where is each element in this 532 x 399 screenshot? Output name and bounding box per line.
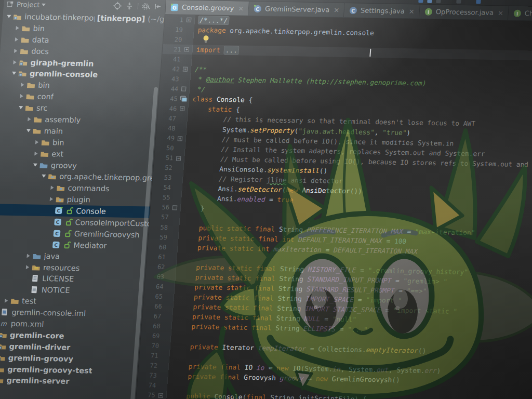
tab-console-groovy[interactable]: GConsole.groovy× [165,0,249,16]
tab-close-icon[interactable]: × [238,4,244,12]
fold-marker-plus[interactable]: + [183,18,195,22]
collapsed-arrow-icon[interactable] [48,185,57,190]
code-token: () [319,167,328,175]
code-token [188,154,221,163]
toolbar-icon[interactable] [418,0,423,3]
line-number[interactable]: 44 [159,85,179,93]
line-number[interactable]: 67 [142,312,162,320]
line-number[interactable]: 68 [141,322,161,330]
fold-marker-minus[interactable]: − [177,107,188,111]
line-number[interactable]: 53 [153,174,172,182]
toolbar-icon[interactable] [456,0,461,4]
line-number[interactable]: 46 [158,105,177,113]
collapsed-arrow-icon[interactable] [12,37,21,42]
tab-opprocessor-java[interactable]: IOpProcessor.java× [419,5,509,20]
tab-settings-java[interactable]: CSettings.java× [344,3,420,18]
expanded-arrow-icon[interactable] [24,129,33,132]
line-number[interactable]: 60 [148,243,167,251]
expanded-arrow-icon[interactable] [17,106,25,109]
toolbar-icon[interactable] [427,0,432,3]
line-number[interactable]: 74 [137,381,156,389]
line-number[interactable]: 55 [151,194,170,202]
toolbar-icon[interactable] [436,0,441,3]
collapsed-arrow-icon[interactable] [13,26,22,30]
tab-close-icon[interactable]: × [334,6,340,14]
fold-marker-minus[interactable]: − [155,393,166,398]
line-number[interactable]: 1 [165,16,184,23]
expanded-arrow-icon[interactable] [39,175,48,178]
collapsed-arrow-icon[interactable] [25,117,34,121]
line-number[interactable]: 65 [144,292,163,300]
line-number[interactable]: 54 [152,184,171,192]
line-number[interactable]: 43 [160,75,179,83]
expanded-arrow-icon[interactable] [31,163,39,166]
fold-marker-end[interactable] [178,87,190,91]
tab-close-icon[interactable]: × [408,7,415,15]
line-number[interactable]: 19 [164,26,183,34]
line-number[interactable]: 72 [139,362,158,369]
line-number[interactable]: 63 [145,273,164,281]
collapsed-arrow-icon[interactable] [2,299,11,303]
collapsed-arrow-icon[interactable] [47,197,56,201]
tree-item-label: incubator-tinkerpop [24,12,95,22]
expanded-arrow-icon[interactable] [10,72,18,75]
locate-icon[interactable] [113,2,122,10]
collapsed-arrow-icon[interactable] [33,140,42,144]
class-run-file-icon: C [254,4,262,12]
line-number[interactable]: 45 [158,95,178,103]
line-number[interactable]: 73 [138,371,157,379]
tab-gremlinserver-java[interactable]: CGremlinServer.java× [248,2,345,17]
settings-icon[interactable] [141,2,150,10]
line-number[interactable]: 49 [155,135,175,142]
line-number[interactable]: 56 [150,204,169,211]
line-number[interactable]: 21 [162,46,181,54]
code-token: , System. [340,365,377,374]
fold-marker-minus[interactable]: − [180,67,191,72]
src-folder-icon [39,161,48,169]
collapsed-arrow-icon[interactable] [10,60,19,64]
line-number[interactable]: 59 [148,233,167,241]
line-number[interactable]: 61 [147,253,166,261]
line-number[interactable]: 62 [146,263,165,271]
code-editor[interactable]: 1+/*...*/19package org.apache.tinkerpop.… [132,15,532,399]
tab-channelizer-java[interactable]: IChannelizer.java× [508,6,532,22]
fold-marker-plus[interactable]: + [181,47,193,52]
collapsed-arrow-icon[interactable] [18,83,27,87]
collapsed-arrow-icon[interactable] [24,254,33,258]
line-number[interactable]: 41 [162,56,181,63]
line-number[interactable]: 50 [155,144,174,152]
intention-bulb-icon[interactable] [202,35,210,45]
toolbar-icon[interactable] [476,0,481,4]
code-token: out [377,366,389,374]
collapse-all-icon[interactable] [125,2,134,10]
line-number[interactable]: 64 [144,283,164,290]
collapsed-arrow-icon[interactable] [23,265,32,269]
tab-close-icon[interactable]: × [497,9,503,17]
expanded-arrow-icon[interactable] [5,15,13,18]
fold-marker-minus[interactable]: − [175,136,186,141]
line-number[interactable]: 51 [154,154,174,162]
line-number[interactable]: 70 [140,342,159,350]
line-number[interactable]: 71 [139,352,158,360]
line-number[interactable]: 57 [150,214,169,221]
gutter-bookmark-icon[interactable] [179,96,188,104]
line-number[interactable]: 52 [153,164,172,172]
line-number[interactable]: 69 [141,332,160,340]
code-token: "max-iteration" [415,228,475,236]
line-number[interactable]: 20 [163,36,182,44]
panel-title-dropdown-icon[interactable] [42,3,46,6]
collapsed-arrow-icon[interactable] [17,94,26,98]
hide-panel-icon[interactable] [153,3,162,11]
line-number[interactable]: 66 [143,302,162,310]
fold-marker-end[interactable] [169,205,181,210]
collapsed-arrow-icon[interactable] [11,48,20,52]
collapsed-arrow-icon[interactable] [32,151,41,155]
line-number[interactable]: 48 [156,125,176,132]
line-number[interactable]: 58 [149,223,168,231]
code-token: GremlinGroovysh [331,375,392,383]
line-number[interactable]: 42 [161,65,180,73]
fold-marker-minus[interactable]: − [173,156,184,161]
line-number[interactable]: 75 [136,391,155,399]
line-number[interactable]: 47 [157,115,176,123]
tree-item-gremlin-server[interactable]: gremlin-server [0,374,137,388]
